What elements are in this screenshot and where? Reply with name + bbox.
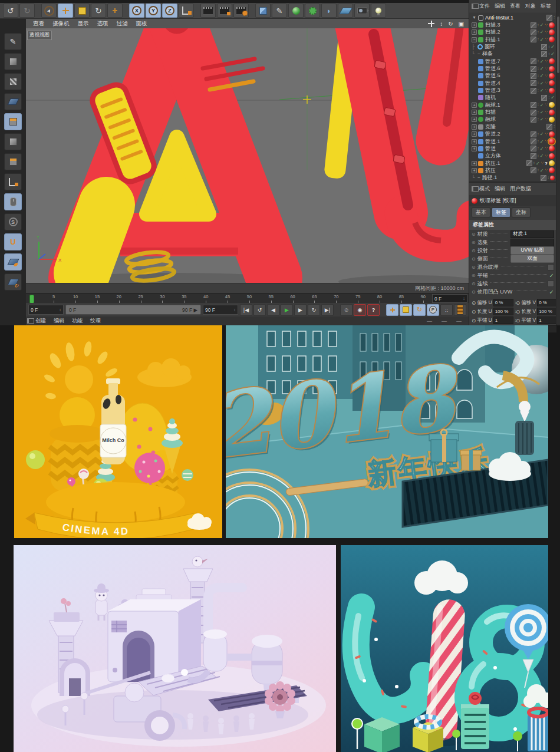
object-manager-menu-item-2[interactable]: 查看 — [510, 2, 521, 10]
editable-toggle[interactable] — [531, 153, 536, 159]
material-sphere[interactable] — [549, 29, 555, 35]
object-tree-row[interactable]: +融球∶✓∵ — [469, 116, 556, 123]
object-tree-row[interactable]: +管道.1∶✓∵ — [469, 138, 556, 145]
key-parameter-button[interactable]: P — [427, 304, 439, 316]
loop-button[interactable]: ↻ — [308, 304, 320, 316]
generators-button[interactable] — [288, 4, 304, 18]
object-tree-row[interactable]: 管道.3∶✓∵ — [469, 87, 556, 94]
play-backward-button[interactable]: ↺ — [253, 304, 266, 316]
magnet-button[interactable]: U — [4, 233, 22, 250]
viewport-menu-item-1[interactable]: 摄像机 — [52, 20, 70, 28]
timeline-frame-box[interactable]: 0 F↕ — [432, 294, 467, 303]
autokey-question-button[interactable]: ? — [367, 304, 380, 316]
长度 V-input[interactable]: 100 % — [537, 308, 556, 315]
viewport-menu-item-0[interactable]: 查看 — [33, 20, 44, 28]
长度 U-input[interactable]: 100 % — [493, 308, 513, 315]
object-tree-row[interactable]: −扫描.1∶✓∵ — [469, 36, 556, 43]
last-tool-button[interactable] — [107, 4, 123, 18]
object-tree-row[interactable]: 随机∶✓ — [469, 94, 556, 101]
attribute-menu-item-2[interactable]: 用户数据 — [510, 185, 531, 193]
material-menu-item-0[interactable]: 创建 — [35, 317, 46, 325]
editable-toggle[interactable] — [531, 138, 536, 144]
viewport-menu-item-4[interactable]: 过滤 — [117, 20, 128, 28]
floor-button[interactable] — [338, 4, 353, 18]
editable-toggle[interactable] — [531, 37, 536, 42]
attribute-menu-item-1[interactable]: 编辑 — [495, 185, 505, 193]
object-tree-row[interactable]: └~样条∶✓ — [469, 51, 556, 58]
stepper-icon[interactable]: ↕ — [463, 296, 465, 301]
editable-toggle[interactable] — [546, 15, 552, 21]
editable-toggle[interactable] — [531, 80, 536, 86]
prev-frame-button[interactable]: ◀ — [267, 304, 279, 316]
投射-dropdown[interactable]: UVW 贴图 — [510, 246, 554, 255]
object-manager-menu-item-3[interactable]: 对象 — [525, 2, 536, 10]
material-sphere[interactable] — [549, 167, 555, 173]
偏移 V-input[interactable]: 0 % — [537, 299, 556, 306]
material-sphere[interactable] — [549, 102, 555, 108]
viewport-menu-item-3[interactable]: 选项 — [97, 20, 108, 28]
axis-mode-button[interactable] — [4, 173, 22, 190]
render-queue-button[interactable] — [233, 4, 249, 18]
object-tree-row[interactable]: +扫描.3∶✓∵ — [469, 21, 556, 28]
侧面-dropdown[interactable]: 双面 — [510, 255, 554, 263]
material-sphere[interactable] — [549, 58, 555, 64]
material-sphere[interactable] — [549, 22, 555, 28]
lock-z-button[interactable]: Z — [162, 4, 177, 18]
material-sphere[interactable] — [549, 146, 555, 151]
light-button[interactable] — [371, 4, 386, 18]
editable-toggle[interactable] — [531, 167, 536, 173]
frame-range-slider[interactable]: 0 F 90 F ▶ — [65, 305, 201, 315]
texture-mode-button[interactable] — [4, 73, 22, 90]
render-view-button[interactable] — [200, 4, 216, 18]
viewport-menu-item-2[interactable]: 显示 — [78, 20, 89, 28]
object-tree-row[interactable]: +融球.1∶✓∵ — [469, 101, 556, 108]
keyframe-selection-button[interactable] — [454, 304, 466, 316]
viewport-menu-item-5[interactable]: 面板 — [136, 20, 147, 28]
environment-button[interactable]: ◗ — [321, 4, 337, 18]
no-autokey-button[interactable]: ⊘ — [340, 304, 353, 316]
snap-button[interactable]: S — [4, 213, 22, 230]
editable-toggle[interactable] — [531, 88, 536, 94]
material-sphere[interactable] — [549, 80, 555, 86]
editable-toggle[interactable] — [531, 102, 536, 108]
平铺 V-input[interactable]: 1 — [537, 316, 556, 324]
平铺 U-input[interactable]: 1 — [493, 316, 513, 324]
material-sphere[interactable] — [549, 66, 555, 72]
object-tree-row[interactable]: 立方体∶✓∵ — [469, 153, 556, 160]
stepper-icon[interactable]: ↕ — [233, 307, 236, 312]
material-sphere[interactable] — [549, 73, 555, 79]
editable-toggle[interactable] — [531, 110, 536, 116]
rotate-button[interactable]: ↻ — [91, 4, 106, 18]
view-pan-icon[interactable] — [428, 21, 434, 27]
object-tree-row[interactable]: +扫描.2∶✓∵ — [469, 29, 556, 36]
viewport-3d[interactable]: 透视视图 — [26, 28, 469, 283]
object-tree-row[interactable]: +扫描∶✓∵ — [469, 108, 556, 116]
object-manager-menu-item-0[interactable]: 文件 — [479, 2, 490, 10]
workplane-lock-button[interactable] — [4, 253, 22, 271]
key-rotation-button[interactable]: ↻ — [413, 304, 426, 316]
material-sphere[interactable] — [549, 138, 555, 144]
workplane-rotate-button[interactable] — [4, 273, 22, 291]
checkbox[interactable] — [548, 281, 554, 287]
points-mode-button[interactable] — [4, 133, 22, 150]
object-tree-row[interactable]: 管道.7∶✓∵ — [469, 58, 556, 65]
deformers-button[interactable] — [305, 4, 320, 18]
object-tree-row[interactable]: ▾Anti-Instur.1∶ — [469, 14, 556, 21]
material-sphere[interactable] — [549, 110, 555, 116]
coordinate-system-button[interactable] — [179, 4, 194, 18]
key-position-button[interactable] — [386, 304, 398, 316]
model-mode-button[interactable] — [4, 53, 22, 70]
object-tree-row[interactable]: +管道∶✓∵ — [469, 145, 556, 152]
editable-toggle[interactable] — [526, 160, 532, 166]
move-button[interactable] — [58, 4, 73, 18]
tab-1[interactable]: 标签 — [492, 207, 510, 217]
undo-button[interactable]: ↺ — [3, 4, 18, 18]
object-tree-row[interactable]: 管道.4∶✓∵ — [469, 80, 556, 87]
live-selection-button[interactable]: ➤ — [41, 4, 57, 18]
material-sphere[interactable] — [549, 117, 555, 123]
editable-toggle[interactable] — [531, 66, 536, 72]
play-button[interactable]: ▶ — [281, 304, 293, 316]
lock-x-button[interactable]: X — [129, 4, 144, 18]
editable-toggle[interactable] — [531, 131, 536, 137]
material-sphere[interactable] — [550, 176, 555, 180]
